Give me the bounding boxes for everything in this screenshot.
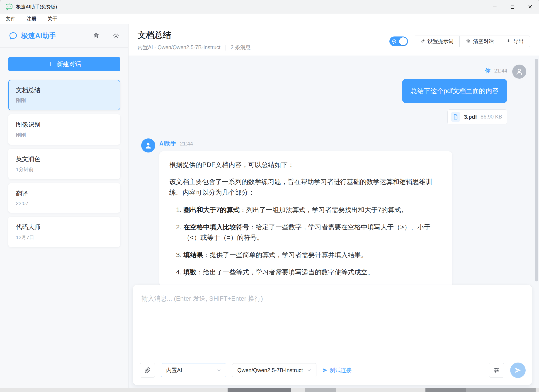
- list-item-label: 在空格中填入比较符号: [183, 223, 249, 231]
- main-panel: 文档总结 内置AI - Qwen/Qwen2.5-7B-Instruct 2 条…: [129, 24, 539, 388]
- prompt-bubble-icon: [391, 39, 397, 44]
- menu-about[interactable]: 关于: [47, 15, 57, 22]
- list-item: 圈出和大于7的算式：列出了一组加法算式，学习者需要找出和大于7的算式。: [183, 205, 442, 215]
- taskbar-sliver: [0, 388, 539, 392]
- test-connection-link[interactable]: 测试连接: [322, 367, 351, 374]
- sidebar-actions: [93, 32, 119, 39]
- attach-file-button[interactable]: [140, 363, 155, 378]
- model-info: 内置AI - Qwen/Qwen2.5-7B-Instruct: [138, 44, 221, 51]
- chat-subtitle: 内置AI - Qwen/Qwen2.5-7B-Instruct 2 条消息: [138, 44, 251, 51]
- parameters-button[interactable]: [489, 363, 504, 378]
- list-item-label: 填结果: [183, 251, 203, 258]
- attachment-name: 3.pdf: [464, 114, 477, 120]
- document-icon: [453, 114, 458, 120]
- ai-message: AI助手 21:44 根据提供的PDF文档内容，可以总结如下： 该文档主要包含了…: [141, 139, 526, 285]
- conversation-time: 刚刚: [16, 132, 113, 139]
- plus-icon: [47, 61, 53, 67]
- conversation-item-english-polish[interactable]: 英文润色 1分钟前: [8, 149, 120, 179]
- attachment-chip[interactable]: 3.pdf 86.90 KB: [448, 110, 507, 124]
- conversation-item-code-master[interactable]: 代码大师 12月7日: [8, 217, 120, 247]
- list-item: 在空格中填入比较符号：给定了一些数字，学习者需要在空格中填写大于（>）、小于（<…: [183, 222, 442, 243]
- list-item-text: ：提供了一些简单的算式，学习者需要计算并填入结果。: [203, 251, 367, 258]
- model-value: Qwen/Qwen2.5-7B-Instruct: [237, 367, 303, 373]
- export-label: 导出: [513, 38, 524, 45]
- app-logo-icon: [5, 2, 13, 11]
- titlebar: 极速AI助手(免费版): [0, 0, 539, 14]
- ai-name: AI助手: [159, 140, 176, 147]
- ai-paragraph-1: 根据提供的PDF文档内容，可以总结如下：: [169, 159, 442, 170]
- list-item-label: 圈出和大于7的算式: [183, 206, 240, 213]
- provider-select[interactable]: 内置AI: [161, 363, 226, 377]
- conversation-title: 图像识别: [16, 120, 113, 129]
- minimize-icon: [492, 4, 498, 10]
- close-icon: [527, 4, 533, 10]
- chat-bubble-logo-icon: [9, 32, 17, 40]
- attachment-icon-box: [451, 112, 460, 122]
- maximize-icon: [510, 4, 515, 10]
- send-button[interactable]: [510, 363, 526, 378]
- list-item: 填数：给出了一些等式，学习者需要填写适当的数字使等式成立。: [183, 267, 442, 277]
- clear-chat-button[interactable]: 清空对话: [460, 36, 500, 47]
- list-item-text: ：列出了一组加法算式，学习者需要找出和大于7的算式。: [240, 206, 408, 213]
- conversation-item-doc-summary[interactable]: 文档总结 刚刚: [8, 80, 120, 110]
- composer-toolbar: 内置AI Qwen/Qwen2.5-7B-Instruct 测试连接: [133, 361, 532, 385]
- sidebar-header: 极速AI助手: [0, 24, 128, 48]
- conversation-time: 12月7日: [16, 234, 113, 241]
- app-window: 极速AI助手(免费版) 文件 注册 关于 极速AI助手: [0, 0, 539, 392]
- prompt-toggle-switch[interactable]: [390, 37, 408, 46]
- clear-conversations-button[interactable]: [93, 32, 100, 39]
- list-item: 填结果：提供了一些简单的算式，学习者需要计算并填入结果。: [183, 250, 442, 260]
- menu-file[interactable]: 文件: [6, 15, 16, 22]
- new-chat-label: 新建对话: [57, 60, 81, 68]
- conversation-title: 文档总结: [16, 86, 113, 94]
- sidebar-app-title: 极速AI助手: [21, 31, 56, 41]
- export-button[interactable]: 导出: [500, 36, 530, 47]
- ai-message-bubble: 根据提供的PDF文档内容，可以总结如下： 该文档主要包含了一系列的数学练习题，旨…: [159, 151, 452, 285]
- chat-header: 文档总结 内置AI - Qwen/Qwen2.5-7B-Instruct 2 条…: [129, 24, 539, 56]
- conversation-item-translate[interactable]: 翻译 22:07: [8, 183, 120, 213]
- taskbar-segment: [305, 388, 336, 392]
- conversation-time: 刚刚: [16, 97, 113, 104]
- list-item-label: 填数: [183, 268, 197, 276]
- download-icon: [506, 39, 511, 44]
- paper-plane-icon: [322, 368, 328, 373]
- taskbar-segment: [228, 388, 291, 392]
- user-message-bubble: 总结下这个pdf文档里面的内容: [402, 79, 507, 103]
- set-prompt-button[interactable]: 设置提示词: [414, 36, 460, 47]
- provider-value: 内置AI: [166, 367, 182, 374]
- close-button[interactable]: [521, 0, 539, 14]
- conversation-title: 翻译: [16, 189, 113, 198]
- person-icon: [515, 67, 523, 76]
- person-icon: [144, 141, 152, 149]
- message-input[interactable]: [133, 285, 532, 361]
- chevron-down-icon: [217, 368, 221, 373]
- taskbar-segment: [425, 388, 466, 392]
- paperclip-icon: [144, 367, 151, 374]
- menubar: 文件 注册 关于: [0, 14, 539, 24]
- window-title: 极速AI助手(免费版): [16, 4, 57, 10]
- ai-message-meta: AI助手 21:44: [159, 140, 193, 147]
- model-select[interactable]: Qwen/Qwen2.5-7B-Instruct: [232, 363, 316, 377]
- settings-button[interactable]: [113, 32, 119, 39]
- minimize-button[interactable]: [486, 0, 504, 14]
- conversation-item-image-recognition[interactable]: 图像识别 刚刚: [8, 114, 120, 145]
- conversation-list: 文档总结 刚刚 图像识别 刚刚 英文润色 1分钟前 翻译 22:07 代码大师: [8, 80, 120, 247]
- test-connection-label: 测试连接: [330, 367, 351, 374]
- menu-register[interactable]: 注册: [27, 15, 37, 22]
- maximize-button[interactable]: [504, 0, 521, 14]
- header-button-group: 设置提示词 清空对话 导出: [414, 36, 530, 47]
- chevron-down-icon: [307, 368, 312, 373]
- chat-scrollbar[interactable]: [535, 59, 538, 282]
- user-name: 你: [485, 67, 491, 74]
- ai-avatar: [141, 139, 155, 153]
- new-chat-button[interactable]: 新建对话: [8, 57, 120, 71]
- window-controls: [486, 0, 539, 14]
- chat-title: 文档总结: [138, 29, 251, 41]
- attachment-size: 86.90 KB: [481, 114, 502, 120]
- header-actions: 设置提示词 清空对话 导出: [390, 36, 530, 47]
- composer-panel: 内置AI Qwen/Qwen2.5-7B-Instruct 测试连接: [133, 285, 532, 385]
- pencil-icon: [420, 39, 425, 44]
- ai-summary-list: 圈出和大于7的算式：列出了一组加法算式，学习者需要找出和大于7的算式。 在空格中…: [169, 205, 442, 277]
- set-prompt-label: 设置提示词: [428, 38, 453, 45]
- conversation-time: 1分钟前: [16, 166, 113, 173]
